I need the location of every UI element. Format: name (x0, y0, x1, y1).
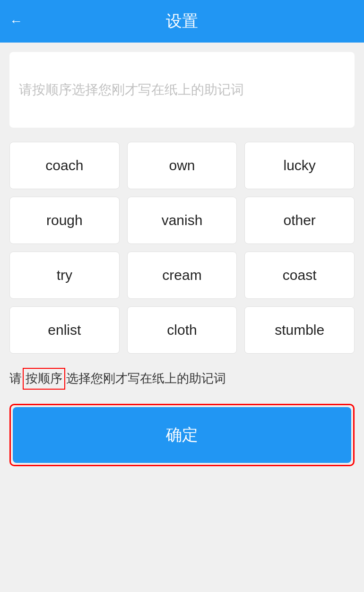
word-button-w8[interactable]: cream (127, 252, 237, 299)
confirm-button[interactable]: 确定 (13, 407, 351, 463)
main-content: 请按顺序选择您刚才写在纸上的助记词 coachownluckyroughvani… (0, 43, 364, 592)
mnemonic-input-area: 请按顺序选择您刚才写在纸上的助记词 (9, 52, 355, 128)
word-button-w2[interactable]: own (127, 142, 237, 189)
word-button-w11[interactable]: cloth (127, 306, 237, 354)
word-button-w9[interactable]: coast (244, 252, 355, 299)
back-button[interactable]: ← (9, 14, 23, 29)
word-button-w5[interactable]: vanish (127, 197, 237, 244)
word-button-w7[interactable]: try (9, 252, 120, 299)
word-button-w10[interactable]: enlist (9, 306, 120, 354)
hint-after: 选择您刚才写在纸上的助记词 (66, 369, 226, 389)
input-placeholder-text: 请按顺序选择您刚才写在纸上的助记词 (19, 80, 244, 100)
hint-before: 请 (9, 369, 22, 389)
hint-highlight: 按顺序 (23, 368, 65, 390)
confirm-button-wrapper: 确定 (9, 404, 355, 466)
word-button-w1[interactable]: coach (9, 142, 120, 189)
word-button-w12[interactable]: stumble (244, 306, 355, 354)
word-button-w6[interactable]: other (244, 197, 355, 244)
word-button-w3[interactable]: lucky (244, 142, 355, 189)
hint-text: 请按顺序选择您刚才写在纸上的助记词 (9, 368, 355, 390)
words-grid: coachownluckyroughvanishothertrycreamcoa… (9, 142, 355, 354)
page-title: 设置 (166, 10, 198, 32)
word-button-w4[interactable]: rough (9, 197, 120, 244)
app-header: ← 设置 (0, 0, 364, 43)
